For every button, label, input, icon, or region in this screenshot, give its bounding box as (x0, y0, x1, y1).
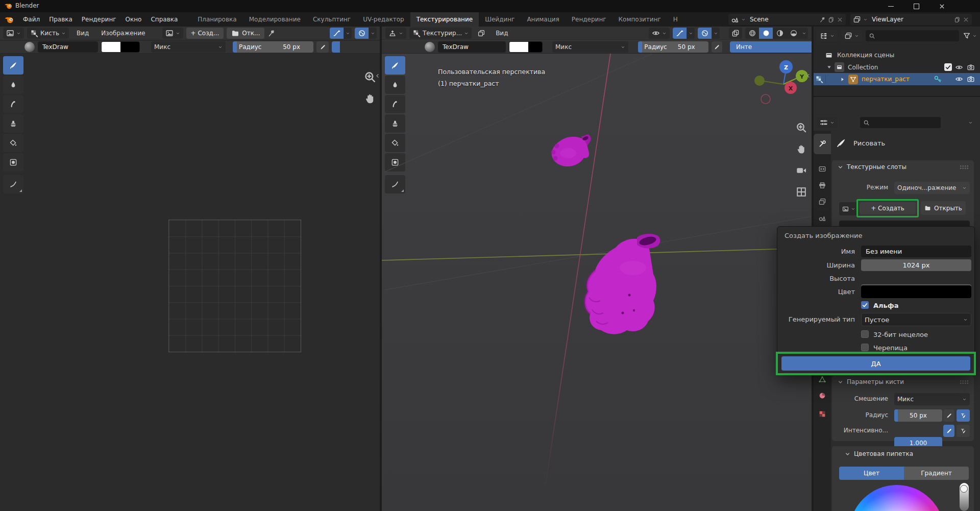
camera-view-icon[interactable] (795, 164, 807, 177)
object-visibility-dropdown[interactable] (649, 28, 670, 39)
unified-radius-toggle[interactable] (957, 409, 970, 422)
tab-texture[interactable] (814, 405, 831, 423)
tool-draw-button[interactable] (3, 56, 23, 75)
camera-visibility-icon[interactable] (967, 75, 975, 83)
brush-settings-header[interactable]: Параметры кисти (837, 378, 904, 385)
hide-eye-icon[interactable] (955, 63, 963, 71)
properties-options-chevron[interactable] (968, 120, 973, 125)
editor-type-properties-button[interactable] (817, 117, 838, 128)
brush-falloff-toggle[interactable] (330, 28, 352, 39)
shading-solid-button[interactable] (759, 28, 773, 39)
minimize-button[interactable] (879, 0, 902, 12)
tiled-checkbox[interactable] (861, 344, 869, 351)
hide-eye-icon[interactable] (955, 75, 963, 83)
shading-material-button[interactable] (773, 28, 787, 39)
zoom-in-icon[interactable] (795, 121, 807, 134)
color-wheel[interactable] (849, 485, 944, 511)
pan-hand-icon[interactable] (363, 92, 377, 105)
pan-hand-icon[interactable] (795, 143, 807, 155)
outliner-row-collection[interactable]: Collection (814, 61, 980, 73)
menu-view-image-editor[interactable]: Вид (72, 27, 93, 40)
editor-type-image-button[interactable] (3, 28, 24, 39)
radius-slider[interactable]: 50 px (894, 409, 942, 422)
secondary-color-swatch[interactable] (120, 42, 139, 52)
menu-help[interactable]: Справка (146, 13, 182, 26)
blend-mode-dropdown[interactable]: Микс (894, 393, 970, 405)
tool-fill-button[interactable] (3, 134, 23, 152)
scene-selector[interactable]: Scene (728, 14, 846, 25)
panel-grip-handle[interactable] (960, 380, 969, 384)
brush-preview[interactable] (425, 42, 435, 52)
strength-slider[interactable]: Инте (730, 41, 812, 53)
menu-edit[interactable]: Правка (44, 13, 77, 26)
unlink-scene-icon[interactable] (837, 16, 843, 23)
sidebar-collapse-arrow[interactable] (374, 72, 380, 79)
maximize-button[interactable] (904, 0, 928, 12)
workspace-tab-shading[interactable]: Шейдинг (479, 12, 521, 27)
glove-small[interactable] (551, 134, 591, 166)
tab-render[interactable] (814, 160, 831, 178)
workspace-tab-texture-paint[interactable]: Текстурирование (410, 12, 479, 27)
blend-mode-dropdown[interactable]: Микс (151, 41, 226, 53)
open-image-button[interactable]: Открыть (921, 201, 966, 215)
outliner-row-object-selected[interactable]: перчатки_раст (814, 73, 980, 85)
slot-mode-dropdown[interactable]: Одиноч...ражение (894, 182, 970, 194)
outliner-filter-dropdown[interactable] (963, 32, 977, 40)
workspace-tab-modeling[interactable]: Моделирование (243, 12, 307, 27)
generated-type-dropdown[interactable]: Пустое (861, 313, 971, 326)
radius-pressure-button[interactable] (712, 41, 722, 53)
unified-strength-toggle[interactable] (957, 425, 970, 437)
name-input[interactable]: Без имени (861, 246, 971, 257)
editor-type-outliner-button[interactable] (817, 30, 838, 41)
ok-button[interactable]: ДА (781, 356, 970, 371)
interaction-mode-dropdown[interactable]: Текстурир... (409, 28, 472, 39)
menu-file[interactable]: Файл (18, 13, 44, 26)
tool-mask-button[interactable] (3, 153, 23, 172)
strength-slider-partial[interactable] (332, 41, 340, 53)
pin-icon[interactable] (267, 29, 276, 37)
camera-visibility-icon[interactable] (967, 63, 975, 71)
primary-color-swatch[interactable] (102, 42, 120, 52)
brush-name-field[interactable]: TexDraw (438, 41, 506, 53)
color-picker-header[interactable]: Цветовая пипетка (844, 450, 913, 457)
radius-slider[interactable]: Радиус 50 px (233, 41, 313, 53)
tool-soften-button[interactable] (3, 76, 23, 94)
menu-view-3d[interactable]: Вид (491, 27, 512, 40)
strength-pressure-button[interactable] (943, 425, 954, 437)
radius-pressure-button[interactable] (316, 41, 329, 53)
workspace-tab-uv[interactable]: UV-редактор (357, 12, 410, 27)
workspace-tab-layout[interactable]: Планировка (191, 12, 242, 27)
menu-window[interactable]: Окно (121, 13, 146, 26)
tool-clone-button[interactable] (3, 114, 23, 133)
show-gizmo-toggle[interactable] (673, 28, 695, 39)
new-scene-icon[interactable] (828, 16, 835, 23)
tab-material[interactable] (814, 387, 831, 404)
collection-checkbox[interactable] (944, 63, 952, 71)
workspace-tab-compositing[interactable]: Композитинг (612, 12, 667, 27)
outliner-display-mode-dropdown[interactable] (841, 30, 862, 41)
outliner-search-input[interactable] (866, 30, 959, 41)
width-slider[interactable]: 1024 px (861, 259, 971, 271)
display-channels-toggle[interactable] (355, 28, 377, 39)
menu-image[interactable]: Изображение (96, 27, 150, 40)
image-new-button[interactable]: + Созд... (186, 28, 224, 39)
image-browse-dropdown[interactable] (162, 28, 183, 39)
primary-color-swatch[interactable] (509, 42, 528, 52)
show-overlays-toggle[interactable] (698, 28, 720, 39)
navigation-gizmo[interactable]: Z Y X (749, 54, 811, 114)
tool-annotate-button[interactable] (3, 175, 23, 193)
blend-mode-dropdown[interactable]: Микс (552, 41, 628, 53)
orthographic-grid-icon[interactable] (795, 186, 807, 198)
tab-output[interactable] (814, 177, 831, 194)
tab-scene[interactable] (814, 209, 831, 227)
shading-wireframe-button[interactable] (745, 28, 759, 39)
glove-large[interactable] (585, 234, 660, 334)
shading-options-chevron[interactable] (800, 28, 808, 39)
shading-rendered-button[interactable] (787, 28, 800, 39)
xray-toggle[interactable] (729, 28, 742, 39)
alpha-checkbox[interactable] (861, 301, 869, 309)
app-menu-button[interactable] (0, 15, 18, 24)
pin-icon[interactable] (819, 16, 826, 23)
workspace-tab-rendering[interactable]: Рендеринг (566, 12, 612, 27)
outliner-row-scene-collection[interactable]: Коллекция сцены (814, 49, 980, 61)
